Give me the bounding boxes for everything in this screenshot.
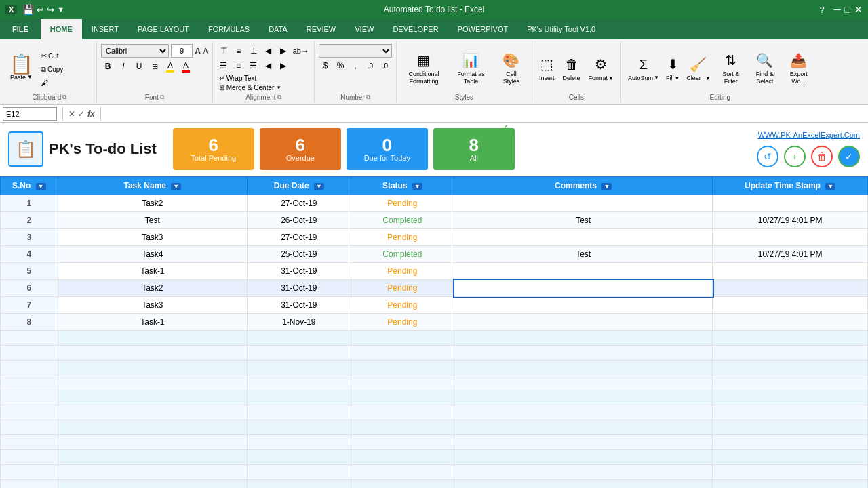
empty-row[interactable] bbox=[1, 346, 868, 361]
empty-row[interactable] bbox=[1, 331, 868, 346]
table-row[interactable]: 4 Task4 25-Oct-19 Completed Test 10/27/1… bbox=[1, 246, 868, 263]
tab-insert[interactable]: INSERT bbox=[82, 19, 128, 39]
stat-card-overdue[interactable]: 6 Overdue bbox=[260, 128, 341, 170]
align-right[interactable]: ☰ bbox=[247, 59, 260, 73]
cell-status-7[interactable]: Pending bbox=[351, 297, 454, 314]
refresh-action-btn[interactable]: ↺ bbox=[757, 146, 778, 167]
empty-row[interactable] bbox=[1, 435, 868, 450]
comma-btn[interactable]: , bbox=[349, 59, 362, 73]
cell-taskname-3[interactable]: Task3 bbox=[58, 229, 248, 246]
empty-row[interactable] bbox=[1, 465, 868, 480]
cell-taskname-6[interactable]: Task2 bbox=[58, 280, 248, 297]
align-center[interactable]: ≡ bbox=[232, 59, 245, 73]
cell-duedate-4[interactable]: 25-Oct-19 bbox=[248, 246, 351, 263]
font-family-select[interactable]: Calibri bbox=[101, 44, 169, 58]
merge-center-button[interactable]: ⊞ Merge & Center ▼ bbox=[217, 83, 310, 92]
cell-taskname-8[interactable]: Task-1 bbox=[58, 314, 248, 331]
due-date-filter[interactable]: ▼ bbox=[314, 183, 324, 190]
timestamp-filter[interactable]: ▼ bbox=[825, 183, 835, 190]
table-row[interactable]: 2 Test 26-Oct-19 Completed Test 10/27/19… bbox=[1, 212, 868, 229]
insert-function-icon[interactable]: fx bbox=[87, 109, 95, 119]
cell-status-1[interactable]: Pending bbox=[351, 195, 454, 212]
tab-data[interactable]: DATA bbox=[259, 19, 297, 39]
align-left[interactable]: ☰ bbox=[217, 59, 231, 73]
indent-dec2[interactable]: ◀ bbox=[262, 59, 275, 73]
table-row[interactable]: 5 Task-1 31-Oct-19 Pending bbox=[1, 263, 868, 280]
tab-view[interactable]: VIEW bbox=[345, 19, 383, 39]
delete-action-btn[interactable]: 🗑 bbox=[811, 146, 833, 167]
tab-powerpivot[interactable]: POWERPIVOT bbox=[448, 19, 518, 39]
sno-filter[interactable]: ▼ bbox=[36, 183, 46, 190]
cell-styles-btn[interactable]: 🎨 Cell Styles bbox=[495, 51, 528, 87]
customize-quick-access[interactable]: ▼ bbox=[57, 5, 64, 14]
copy-button[interactable]: ⧉Copy bbox=[39, 64, 92, 75]
table-row[interactable]: 8 Task-1 1-Nov-19 Pending bbox=[1, 314, 868, 331]
tab-developer[interactable]: DEVELOPER bbox=[383, 19, 448, 39]
border-button[interactable]: ⊞ bbox=[148, 60, 161, 73]
insert-cells-btn[interactable]: ⬚ Insert bbox=[536, 55, 557, 83]
cell-duedate-1[interactable]: 27-Oct-19 bbox=[248, 195, 351, 212]
cancel-formula-icon[interactable]: ✕ bbox=[68, 109, 75, 119]
table-row[interactable]: 6 Task2 31-Oct-19 Pending bbox=[1, 280, 868, 297]
clear-btn[interactable]: 🧹 Clear- ▼ bbox=[684, 55, 713, 83]
cell-duedate-6[interactable]: 31-Oct-19 bbox=[248, 280, 351, 297]
stat-card-all[interactable]: ✓ 8 All bbox=[433, 128, 515, 170]
cell-status-4[interactable]: Completed bbox=[351, 246, 454, 263]
cell-duedate-5[interactable]: 31-Oct-19 bbox=[248, 263, 351, 280]
delete-cells-btn[interactable]: 🗑 Delete bbox=[560, 56, 583, 83]
empty-row[interactable] bbox=[1, 375, 868, 390]
decrease-decimal[interactable]: .0 bbox=[378, 59, 392, 73]
tab-home[interactable]: HOME bbox=[41, 19, 82, 39]
cell-comments-1[interactable] bbox=[454, 195, 713, 212]
help-btn[interactable]: ? bbox=[819, 5, 824, 15]
cell-taskname-2[interactable]: Test bbox=[58, 212, 248, 229]
italic-button[interactable]: I bbox=[117, 60, 130, 73]
cell-taskname-5[interactable]: Task-1 bbox=[58, 263, 248, 280]
empty-row[interactable] bbox=[1, 450, 868, 465]
tab-pks-utility[interactable]: PK's Utility Tool V1.0 bbox=[517, 19, 605, 39]
table-row[interactable]: 1 Task2 27-Oct-19 Pending bbox=[1, 195, 868, 212]
empty-row[interactable] bbox=[1, 420, 868, 435]
fill-color-button[interactable]: A bbox=[163, 60, 177, 73]
format-as-table-btn[interactable]: 📊 Format as Table bbox=[450, 51, 492, 87]
tab-review[interactable]: REVIEW bbox=[297, 19, 345, 39]
task-filter[interactable]: ▼ bbox=[171, 183, 181, 190]
cell-taskname-4[interactable]: Task4 bbox=[58, 246, 248, 263]
conditional-formatting-btn[interactable]: ▦ Conditional Formatting bbox=[401, 51, 447, 87]
cell-comments-2[interactable]: Test bbox=[454, 212, 713, 229]
currency-btn[interactable]: $ bbox=[319, 59, 332, 73]
tab-file[interactable]: FILE bbox=[0, 19, 41, 39]
sort-filter-btn[interactable]: ⇅ Sort & Filter bbox=[715, 51, 747, 87]
font-color-button[interactable]: A bbox=[179, 60, 193, 73]
increase-font-size[interactable]: A bbox=[195, 46, 201, 56]
format-cells-btn[interactable]: ⚙ Format▼ bbox=[586, 55, 616, 83]
autosum-btn[interactable]: Σ AutoSum▼ bbox=[625, 56, 662, 83]
text-direction[interactable]: ab→ bbox=[292, 45, 310, 56]
align-top[interactable]: ⊤ bbox=[217, 44, 231, 58]
cell-duedate-2[interactable]: 26-Oct-19 bbox=[248, 212, 351, 229]
cell-duedate-8[interactable]: 1-Nov-19 bbox=[248, 314, 351, 331]
name-box[interactable]: E12 bbox=[3, 107, 57, 121]
underline-button[interactable]: U bbox=[132, 60, 146, 73]
table-row[interactable]: 7 Task3 31-Oct-19 Pending bbox=[1, 297, 868, 314]
number-format-select[interactable] bbox=[319, 44, 392, 58]
cell-comments-7[interactable] bbox=[454, 297, 713, 314]
formula-input[interactable] bbox=[106, 107, 865, 121]
cell-timestamp-5[interactable] bbox=[713, 263, 868, 280]
done-action-btn[interactable]: ✓ bbox=[838, 146, 860, 167]
align-bottom[interactable]: ⊥ bbox=[247, 44, 260, 58]
add-action-btn[interactable]: + bbox=[784, 146, 806, 167]
cell-taskname-7[interactable]: Task3 bbox=[58, 297, 248, 314]
cell-timestamp-2[interactable]: 10/27/19 4:01 PM bbox=[713, 212, 868, 229]
cell-comments-4[interactable]: Test bbox=[454, 246, 713, 263]
export-btn[interactable]: 📤 Export Wo... bbox=[783, 51, 815, 87]
cell-duedate-7[interactable]: 31-Oct-19 bbox=[248, 297, 351, 314]
cell-status-6[interactable]: Pending bbox=[351, 280, 454, 297]
empty-row[interactable] bbox=[1, 361, 868, 375]
empty-row[interactable] bbox=[1, 390, 868, 405]
cut-button[interactable]: ✂Cut bbox=[39, 50, 92, 62]
cell-comments-6[interactable] bbox=[454, 280, 713, 297]
decrease-font-size[interactable]: A bbox=[203, 47, 208, 55]
bold-button[interactable]: B bbox=[101, 60, 115, 73]
cell-status-2[interactable]: Completed bbox=[351, 212, 454, 229]
